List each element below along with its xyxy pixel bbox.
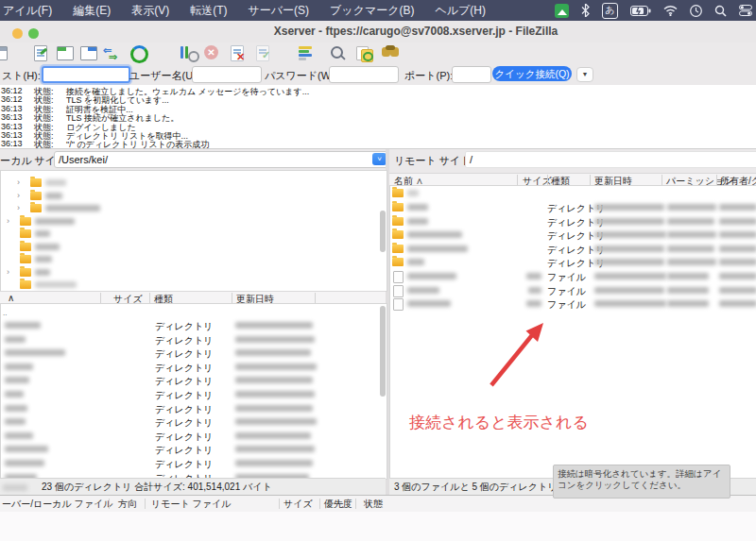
compare-icon[interactable]: ✓ <box>253 44 274 62</box>
remote-file-row[interactable]: ファイル <box>390 284 755 297</box>
file-type: ディレクトリ <box>155 320 213 333</box>
log-row: 36:13状態:TLS 接続が確立されました。 <box>0 112 756 122</box>
port-input[interactable] <box>452 66 491 83</box>
file-date-blurred <box>594 287 664 294</box>
file-name-blurred <box>407 204 428 211</box>
queue-col[interactable]: 優先度 <box>324 498 352 511</box>
local-file-row[interactable]: ディレクトリ <box>1 347 385 360</box>
cancel-icon[interactable]: ✕ <box>202 44 223 62</box>
tree-item[interactable]: › <box>1 177 379 190</box>
parent-dir-row[interactable] <box>390 187 755 200</box>
file-name-blurred <box>5 460 44 466</box>
menu-item[interactable]: ブックマーク(B) <box>319 3 424 19</box>
remote-site-label: リモート サイト: <box>394 154 474 168</box>
menu-item[interactable]: アイル(F) <box>0 3 62 19</box>
tree-item[interactable] <box>1 228 379 241</box>
control-center-icon[interactable] <box>739 5 752 16</box>
folder-icon <box>20 229 31 238</box>
remote-file-row[interactable]: ディレクトリ <box>390 256 755 269</box>
zoom-button[interactable] <box>28 28 39 39</box>
remote-file-row[interactable]: ディレクトリ <box>390 228 755 242</box>
minimize-button[interactable] <box>12 28 23 39</box>
input-method-icon[interactable]: あ <box>602 3 618 19</box>
local-file-row[interactable]: ディレクトリ <box>1 361 385 374</box>
parent-dir-row[interactable]: .. <box>3 309 7 317</box>
refresh-icon[interactable] <box>129 44 149 62</box>
username-input[interactable] <box>192 66 262 83</box>
wifi-icon[interactable] <box>663 6 678 16</box>
local-file-row[interactable]: ディレクトリ <box>1 457 385 470</box>
tree-item[interactable] <box>1 253 379 266</box>
queue-col[interactable]: 方向 <box>118 498 137 511</box>
file-date-blurred <box>235 349 311 356</box>
host-input[interactable] <box>42 66 130 83</box>
twisty-icon[interactable]: › <box>7 216 9 226</box>
queue-col[interactable]: サイズ <box>284 498 313 511</box>
quickconnect-dropdown[interactable]: ▼ <box>576 67 593 82</box>
tree-scrollbar[interactable] <box>380 211 386 252</box>
local-file-row[interactable]: ディレクトリ <box>1 388 385 401</box>
toggle-queue-icon[interactable]: ⇐⇒ <box>102 44 123 62</box>
tree-item[interactable]: › <box>1 215 379 228</box>
file-size-blurred <box>526 300 541 307</box>
tree-item[interactable] <box>1 279 379 292</box>
local-site-combobox[interactable]: /Users/kei/ ˅ <box>54 151 388 168</box>
directory-comparison-icon[interactable] <box>297 44 318 62</box>
remote-site-row: リモート サイト: / <box>389 149 756 170</box>
twisty-icon[interactable]: › <box>17 203 20 212</box>
tree-item[interactable] <box>1 241 379 254</box>
menu-item[interactable]: 編集(E) <box>62 3 121 19</box>
log-time: 36:13 <box>1 139 23 148</box>
file-icon <box>393 271 404 283</box>
menu-item[interactable]: 転送(T) <box>180 3 237 19</box>
remote-file-row[interactable]: ディレクトリ <box>390 201 755 214</box>
menu-item[interactable]: サーバー(S) <box>238 3 320 19</box>
local-file-row[interactable]: ディレクトリ <box>1 374 385 387</box>
bluetooth-icon[interactable] <box>581 4 590 17</box>
battery-icon[interactable] <box>630 6 651 16</box>
toggle-log-icon[interactable] <box>31 44 52 62</box>
queue-col[interactable]: 状態 <box>364 498 383 511</box>
file-permissions-blurred <box>667 204 716 211</box>
menu-item[interactable]: 表示(V) <box>121 3 180 19</box>
process-queue-icon[interactable] <box>178 44 198 62</box>
twisty-icon[interactable]: › <box>17 191 20 200</box>
queue-col[interactable]: ーバー/ローカル ファイル <box>2 498 112 511</box>
filename-filters-icon[interactable] <box>328 44 349 62</box>
menu-item[interactable]: ヘルプ(H) <box>424 3 496 19</box>
local-col-name-sort[interactable]: ∧ <box>8 293 14 303</box>
file-name-blurred <box>407 300 451 307</box>
tree-item[interactable]: › <box>1 202 379 215</box>
delete-icon[interactable]: ✕ <box>228 44 249 62</box>
remote-file-row[interactable]: ディレクトリ <box>390 243 755 256</box>
local-file-row[interactable]: ディレクトリ <box>1 430 385 443</box>
local-file-row[interactable]: ディレクトリ <box>1 415 385 429</box>
twisty-icon[interactable]: › <box>7 267 9 277</box>
username-label: ユーザー名(U): <box>129 69 199 83</box>
local-file-row[interactable]: ディレクトリ <box>1 443 385 456</box>
toggle-local-tree-icon[interactable] <box>55 44 76 62</box>
clock-icon[interactable] <box>690 5 702 17</box>
tree-item[interactable]: › <box>1 266 379 279</box>
twisty-icon[interactable]: › <box>17 178 20 187</box>
file-size-blurred <box>526 273 541 279</box>
remote-site-combobox[interactable]: / <box>465 151 756 168</box>
screen-app-icon[interactable] <box>555 4 569 18</box>
synchronized-browsing-icon[interactable] <box>354 44 375 62</box>
log-row: 36:13状態:証明書を検証中... <box>0 104 756 113</box>
local-file-row[interactable]: ディレクトリ <box>1 319 385 332</box>
tree-item[interactable]: › <box>1 190 379 203</box>
remote-file-row[interactable]: ファイル <box>390 270 755 283</box>
queue-col[interactable]: リモート ファイル <box>151 498 231 511</box>
toggle-remote-tree-icon[interactable] <box>78 44 99 62</box>
quickconnect-button[interactable]: クイック接続(Q) <box>492 66 572 81</box>
site-manager-icon[interactable] <box>0 44 9 62</box>
remote-file-row[interactable]: ディレクトリ <box>390 215 755 228</box>
find-files-icon[interactable] <box>381 45 402 63</box>
local-file-row[interactable]: ディレクトリ <box>1 402 385 415</box>
search-icon[interactable] <box>714 5 727 17</box>
remote-file-row[interactable]: ファイル <box>390 297 755 311</box>
chevron-down-icon[interactable]: ˅ <box>372 153 387 165</box>
password-input[interactable] <box>329 66 399 83</box>
local-file-row[interactable]: ディレクトリ <box>1 333 385 347</box>
